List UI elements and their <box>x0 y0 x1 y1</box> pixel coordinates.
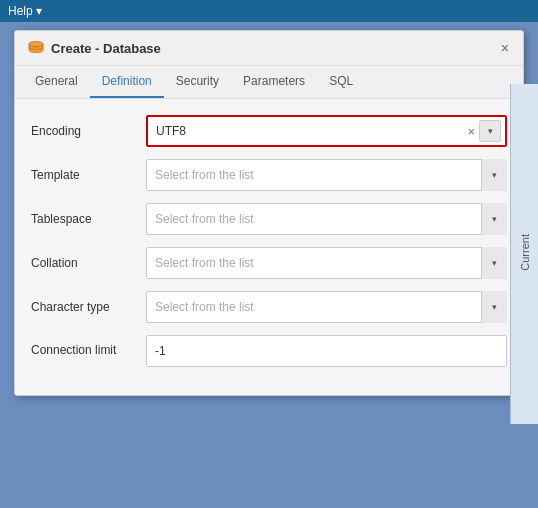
tablespace-label: Tablespace <box>31 212 146 226</box>
character-type-select[interactable]: Select from the list <box>146 291 507 323</box>
template-dropdown-arrow[interactable]: ▾ <box>481 159 507 191</box>
connection-limit-row: Connection limit <box>31 335 507 367</box>
encoding-row: Encoding UTF8 × ▾ <box>31 115 507 147</box>
template-label: Template <box>31 168 146 182</box>
tablespace-select[interactable]: Select from the list <box>146 203 507 235</box>
tab-definition[interactable]: Definition <box>90 66 164 98</box>
collation-placeholder: Select from the list <box>155 256 254 270</box>
database-icon <box>27 39 45 57</box>
collation-field-wrapper: Select from the list ▾ <box>146 247 507 279</box>
tablespace-select-wrapper: Select from the list ▾ <box>146 203 507 235</box>
encoding-value: UTF8 <box>156 124 457 138</box>
template-row: Template Select from the list ▾ <box>31 159 507 191</box>
right-panel: Current <box>510 84 538 424</box>
character-type-row: Character type Select from the list ▾ <box>31 291 507 323</box>
template-field-wrapper: Select from the list ▾ <box>146 159 507 191</box>
dialog: Create - Database × General Definition S… <box>14 30 524 396</box>
encoding-field-wrapper: UTF8 × ▾ <box>146 115 507 147</box>
collation-label: Collation <box>31 256 146 270</box>
encoding-label: Encoding <box>31 124 146 138</box>
top-bar-text: Help ▾ <box>8 4 42 18</box>
dialog-header: Create - Database × <box>15 31 523 66</box>
tab-security[interactable]: Security <box>164 66 231 98</box>
template-placeholder: Select from the list <box>155 168 254 182</box>
encoding-actions: × ▾ <box>465 120 501 142</box>
character-type-placeholder: Select from the list <box>155 300 254 314</box>
tablespace-placeholder: Select from the list <box>155 212 254 226</box>
collation-select-wrapper: Select from the list ▾ <box>146 247 507 279</box>
template-select-wrapper: Select from the list ▾ <box>146 159 507 191</box>
collation-row: Collation Select from the list ▾ <box>31 247 507 279</box>
svg-point-0 <box>29 42 43 47</box>
character-type-dropdown-arrow[interactable]: ▾ <box>481 291 507 323</box>
tab-bar: General Definition Security Parameters S… <box>15 66 523 99</box>
encoding-clear-button[interactable]: × <box>465 125 477 138</box>
connection-limit-field-wrapper <box>146 335 507 367</box>
tab-parameters[interactable]: Parameters <box>231 66 317 98</box>
tab-general[interactable]: General <box>23 66 90 98</box>
close-button[interactable]: × <box>499 41 511 55</box>
dialog-title: Create - Database <box>27 39 161 57</box>
character-type-field-wrapper: Select from the list ▾ <box>146 291 507 323</box>
encoding-field[interactable]: UTF8 × ▾ <box>146 115 507 147</box>
top-bar: Help ▾ <box>0 0 538 22</box>
template-select[interactable]: Select from the list <box>146 159 507 191</box>
dialog-title-text: Create - Database <box>51 41 161 56</box>
character-type-label: Character type <box>31 300 146 314</box>
tab-content-definition: Encoding UTF8 × ▾ Template <box>15 99 523 395</box>
tablespace-row: Tablespace Select from the list ▾ <box>31 203 507 235</box>
connection-limit-label: Connection limit <box>31 335 146 359</box>
collation-dropdown-arrow[interactable]: ▾ <box>481 247 507 279</box>
connection-limit-input[interactable] <box>146 335 507 367</box>
tablespace-field-wrapper: Select from the list ▾ <box>146 203 507 235</box>
collation-select[interactable]: Select from the list <box>146 247 507 279</box>
encoding-dropdown-arrow[interactable]: ▾ <box>479 120 501 142</box>
tab-sql[interactable]: SQL <box>317 66 365 98</box>
tablespace-dropdown-arrow[interactable]: ▾ <box>481 203 507 235</box>
character-type-select-wrapper: Select from the list ▾ <box>146 291 507 323</box>
current-label: Current <box>519 234 531 275</box>
